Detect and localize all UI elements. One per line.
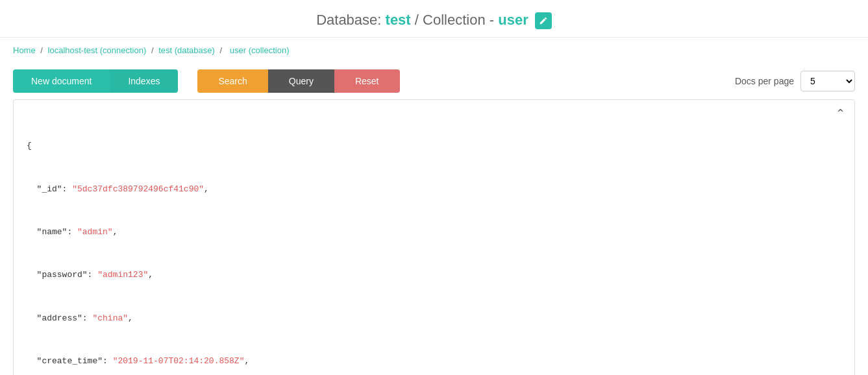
- doc-1-open-brace: {: [27, 139, 841, 153]
- toolbar: New document Indexes Search Query Reset …: [0, 63, 868, 99]
- docs-per-page-control: Docs per page 5 10 25 50 100: [735, 71, 855, 91]
- query-button[interactable]: Query: [268, 69, 334, 93]
- db-name: test: [386, 12, 411, 28]
- document-actions: New document Indexes: [13, 69, 178, 93]
- search-actions: Search Query Reset: [197, 69, 399, 93]
- doc-1-content: { "_id": "5dc37dfc389792496cf41c90", "na…: [27, 110, 841, 375]
- breadcrumb: Home / localhost-test (connection) / tes…: [0, 38, 868, 63]
- breadcrumb-sep-2: /: [151, 45, 156, 55]
- doc-1-line-4: "address": "china",: [27, 311, 841, 326]
- docs-per-page-label: Docs per page: [735, 76, 794, 86]
- edit-icon: [539, 16, 548, 25]
- breadcrumb-sep-3: /: [220, 45, 225, 55]
- search-button[interactable]: Search: [197, 69, 267, 93]
- breadcrumb-connection[interactable]: localhost-test (connection): [48, 45, 147, 55]
- collapse-doc-1-button[interactable]: ⌃: [836, 106, 845, 121]
- collection-label: Collection -: [423, 12, 494, 28]
- breadcrumb-collection: user (collection): [230, 45, 290, 55]
- doc-1-line-2: "name": "admin",: [27, 225, 841, 239]
- reset-button[interactable]: Reset: [334, 69, 400, 93]
- document-1: ⌃ { "_id": "5dc37dfc389792496cf41c90", "…: [13, 99, 855, 375]
- db-label: Database:: [316, 12, 381, 28]
- page-header: Database: test / Collection - user: [0, 0, 868, 38]
- breadcrumb-database[interactable]: test (database): [158, 45, 215, 55]
- breadcrumb-sep-1: /: [40, 45, 45, 55]
- indexes-button[interactable]: Indexes: [110, 69, 178, 93]
- docs-per-page-select[interactable]: 5 10 25 50 100: [800, 71, 855, 91]
- doc-1-line-1: "_id": "5dc37dfc389792496cf41c90",: [27, 182, 841, 197]
- new-document-button[interactable]: New document: [13, 69, 110, 93]
- page-title: Database: test / Collection - user: [0, 12, 868, 29]
- edit-collection-button[interactable]: [535, 12, 552, 29]
- doc-1-line-3: "password": "admin123",: [27, 268, 841, 282]
- breadcrumb-home[interactable]: Home: [13, 45, 36, 55]
- doc-1-line-5: "create_time": "2019-11-07T02:14:20.858Z…: [27, 354, 841, 369]
- collection-name: user: [498, 12, 528, 28]
- documents-container: ⌃ { "_id": "5dc37dfc389792496cf41c90", "…: [0, 99, 868, 375]
- path-slash: /: [415, 12, 419, 28]
